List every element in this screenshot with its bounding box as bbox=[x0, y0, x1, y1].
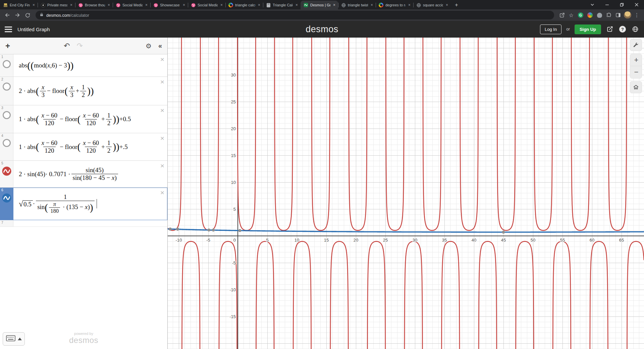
tab-close-icon[interactable]: × bbox=[295, 3, 299, 7]
tab-close-icon[interactable]: × bbox=[257, 3, 261, 7]
svg-text:10: 10 bbox=[294, 238, 299, 243]
svg-text:40: 40 bbox=[472, 238, 476, 243]
tab-close-icon[interactable]: × bbox=[32, 3, 36, 7]
tab-close-icon[interactable]: × bbox=[445, 3, 449, 7]
restore-icon[interactable] bbox=[614, 0, 629, 9]
tab-search-chevron-icon[interactable] bbox=[585, 0, 600, 9]
expression-math[interactable]: 1 · abs(x − 60120 − floor(x − 60120 + 12… bbox=[13, 105, 167, 133]
expression-math[interactable]: abs(( mod(x,6) − 3)) bbox=[13, 54, 167, 77]
tab-close-icon[interactable]: × bbox=[145, 3, 148, 7]
curve-style-icon[interactable] bbox=[2, 193, 11, 204]
expression-math[interactable]: 1 · abs(x − 60120 − floor(x − 60120 + 12… bbox=[13, 133, 167, 160]
extensions-puzzle-icon[interactable] bbox=[605, 11, 612, 19]
row-gutter[interactable]: 7 bbox=[0, 220, 13, 227]
expression-row-3[interactable]: 31 · abs(x − 60120 − floor(x − 60120 + 1… bbox=[0, 105, 167, 133]
tab-close-icon[interactable]: × bbox=[220, 3, 223, 7]
row-gutter[interactable]: 1 bbox=[0, 54, 13, 77]
tab-close-icon[interactable]: × bbox=[370, 3, 374, 7]
hidden-expression-circle-icon[interactable] bbox=[3, 83, 11, 91]
browser-tab-3[interactable]: Browse thous× bbox=[75, 1, 113, 9]
zoom-in-button[interactable]: + bbox=[630, 54, 642, 66]
delete-expression-icon[interactable]: × bbox=[160, 78, 164, 85]
browser-tab-11[interactable]: degrees to ra× bbox=[376, 1, 413, 9]
settings-gear-icon[interactable]: ⚙ bbox=[146, 42, 152, 50]
expression-math[interactable]: 2 · abs(x3 − floor(x3 + 12)) bbox=[13, 77, 167, 105]
svg-text:20: 20 bbox=[231, 126, 236, 131]
delete-expression-icon[interactable]: × bbox=[160, 162, 164, 169]
hidden-expression-circle-icon[interactable] bbox=[3, 111, 11, 119]
hamburger-menu-icon[interactable] bbox=[5, 26, 12, 33]
browser-tab-8[interactable]: Triangle Calcu× bbox=[263, 1, 301, 9]
browser-tab-10[interactable]: triangle twist× bbox=[338, 1, 376, 9]
undo-icon[interactable]: ↶ bbox=[64, 42, 70, 50]
delete-expression-icon[interactable]: × bbox=[160, 135, 164, 142]
tab-close-icon[interactable]: × bbox=[107, 3, 111, 7]
expression-row-2[interactable]: 22 · abs(x3 − floor(x3 + 12))× bbox=[0, 77, 167, 105]
expression-row-1[interactable]: 1abs(( mod(x,6) − 3))× bbox=[0, 54, 167, 77]
minimize-icon[interactable] bbox=[600, 0, 614, 9]
browser-tab-6[interactable]: Social Media× bbox=[188, 1, 225, 9]
browser-tab-strip: End City Finde×Private messa×Browse thou… bbox=[0, 0, 644, 9]
graph-plot[interactable]: -10-505101520253035404550556065302520151… bbox=[168, 38, 644, 349]
tab-close-icon[interactable]: × bbox=[332, 3, 336, 7]
forward-icon[interactable] bbox=[13, 11, 21, 19]
colorwheel-icon[interactable] bbox=[586, 11, 594, 19]
gray-extension-icon[interactable] bbox=[596, 11, 603, 19]
expression-math[interactable]: 2 · sin(45) · 0.7071 · sin(45)sin(180 − … bbox=[13, 161, 167, 187]
wrench-settings-icon[interactable] bbox=[630, 39, 642, 51]
row-gutter[interactable]: 4 bbox=[0, 133, 13, 160]
zoom-out-button[interactable]: − bbox=[630, 66, 642, 78]
expression-row-6[interactable]: 6√0.5 · 1sin(π180 · (135 − x))× bbox=[0, 188, 167, 220]
collapse-panel-icon[interactable]: « bbox=[158, 42, 162, 50]
keyboard-toggle-button[interactable] bbox=[3, 332, 25, 346]
bookmark-star-icon[interactable]: ☆ bbox=[568, 11, 575, 19]
home-button[interactable] bbox=[630, 81, 642, 93]
browser-tab-4[interactable]: Social Media× bbox=[113, 1, 150, 9]
new-tab-button[interactable]: + bbox=[452, 1, 461, 9]
back-icon[interactable] bbox=[3, 11, 11, 19]
expression-row-4[interactable]: 41 · abs(x − 60120 − floor(x − 60120 + 1… bbox=[0, 133, 167, 161]
browser-tab-9[interactable]: Desmos | Gra× bbox=[301, 1, 338, 9]
row-gutter[interactable]: 6 bbox=[0, 188, 13, 220]
redo-icon[interactable]: ↷ bbox=[76, 42, 83, 50]
browser-tab-5[interactable]: Showwcase –× bbox=[150, 1, 188, 9]
delete-expression-icon[interactable]: × bbox=[160, 107, 164, 114]
grammarly-icon[interactable]: G bbox=[577, 11, 584, 19]
tab-close-icon[interactable]: × bbox=[408, 3, 411, 7]
row-gutter[interactable]: 3 bbox=[0, 105, 13, 133]
expression-row-7[interactable]: 7 bbox=[0, 220, 167, 227]
row-gutter[interactable]: 2 bbox=[0, 77, 13, 105]
login-button[interactable]: Log In bbox=[540, 24, 561, 34]
signup-button[interactable]: Sign Up bbox=[575, 24, 601, 34]
expression-row-5[interactable]: 52 · sin(45) · 0.7071 · sin(45)sin(180 −… bbox=[0, 161, 167, 188]
tab-close-icon[interactable]: × bbox=[182, 3, 186, 7]
close-window-icon[interactable] bbox=[629, 0, 644, 9]
browser-tab-7[interactable]: triangle calcul× bbox=[225, 1, 263, 9]
row-index: 6 bbox=[1, 188, 3, 192]
hidden-expression-circle-icon[interactable] bbox=[3, 60, 11, 68]
share-icon[interactable] bbox=[558, 11, 566, 19]
svg-text:60: 60 bbox=[590, 238, 594, 243]
browser-tab-1[interactable]: End City Finde× bbox=[0, 1, 38, 9]
expression-math[interactable]: √0.5 · 1sin(π180 · (135 − x)) bbox=[13, 188, 167, 220]
tab-close-icon[interactable]: × bbox=[69, 3, 73, 7]
address-bar[interactable]: desmos.com/calculator bbox=[36, 11, 554, 19]
browser-tab-2[interactable]: Private messa× bbox=[38, 1, 75, 9]
reload-icon[interactable] bbox=[23, 11, 32, 19]
sidebar-icon[interactable] bbox=[614, 11, 622, 19]
hidden-expression-circle-icon[interactable] bbox=[3, 139, 11, 147]
delete-expression-icon[interactable]: × bbox=[160, 56, 164, 63]
row-gutter[interactable]: 5 bbox=[0, 161, 13, 187]
add-expression-button[interactable]: + bbox=[5, 42, 10, 50]
curve-style-icon[interactable] bbox=[2, 166, 11, 177]
help-icon[interactable]: ? bbox=[619, 25, 627, 33]
graph-title[interactable]: Untitled Graph bbox=[17, 27, 50, 32]
graph-paper[interactable]: -10-505101520253035404550556065302520151… bbox=[168, 38, 644, 349]
window-controls bbox=[585, 0, 644, 9]
browser-tab-12[interactable]: square accide× bbox=[413, 1, 451, 9]
language-globe-icon[interactable] bbox=[631, 25, 639, 33]
menu-dots-icon[interactable]: ⋮ bbox=[633, 11, 641, 19]
delete-expression-icon[interactable]: × bbox=[160, 189, 164, 196]
avatar[interactable] bbox=[624, 11, 631, 19]
export-share-icon[interactable] bbox=[606, 25, 614, 33]
